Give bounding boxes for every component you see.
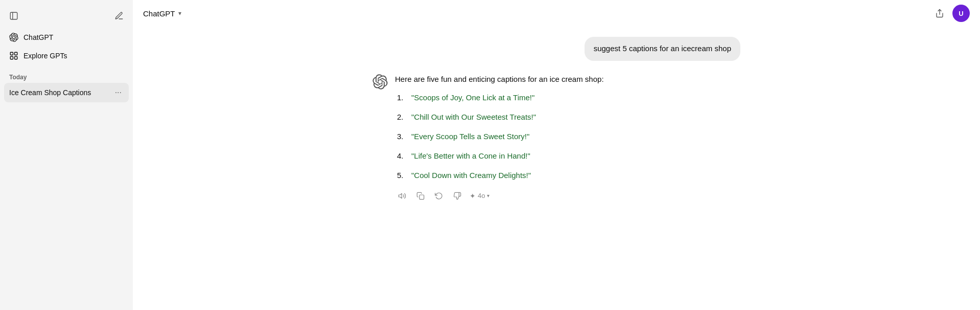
captions-list: 1. "Scoops of Joy, One Lick at a Time!" …: [395, 92, 740, 182]
spark-model-label[interactable]: ✦ 4o ▾: [470, 192, 489, 200]
assistant-content: Here are five fun and enticing captions …: [395, 73, 740, 202]
svg-rect-5: [15, 57, 17, 59]
caption-text: "Cool Down with Creamy Delights!": [411, 169, 531, 182]
svg-rect-4: [10, 57, 13, 59]
caption-text: "Life's Better with a Cone in Hand!": [411, 150, 530, 162]
copy-button[interactable]: [414, 190, 427, 202]
user-message-wrap: suggest 5 captions for an icecream shop: [372, 37, 740, 61]
caption-number: 2.: [397, 111, 407, 123]
chat-content: suggest 5 captions for an icecream shop …: [362, 37, 751, 202]
spark-icon: ✦: [470, 192, 476, 200]
topbar-chevron-icon: ▾: [178, 10, 181, 17]
svg-rect-3: [15, 52, 17, 55]
sidebar-chat-ice-cream[interactable]: Ice Cream Shop Captions ···: [4, 83, 129, 102]
sidebar-item-explore-gpts[interactable]: Explore GPTs: [4, 47, 129, 64]
caption-text: "Scoops of Joy, One Lick at a Time!": [411, 92, 534, 104]
caption-number: 4.: [397, 150, 407, 162]
sidebar-header: [4, 5, 129, 29]
svg-rect-8: [419, 195, 424, 200]
assistant-intro: Here are five fun and enticing captions …: [395, 73, 740, 85]
list-item: 2. "Chill Out with Our Sweetest Treats!": [397, 111, 740, 123]
list-item: 3. "Every Scoop Tells a Sweet Story!": [397, 130, 740, 143]
caption-number: 5.: [397, 169, 407, 182]
topbar-title[interactable]: ChatGPT ▾: [143, 9, 181, 18]
topbar-title-text: ChatGPT: [143, 9, 175, 18]
toggle-sidebar-button[interactable]: [6, 8, 21, 24]
regenerate-button[interactable]: [433, 190, 445, 202]
user-message: suggest 5 captions for an icecream shop: [585, 37, 740, 61]
grid-icon: [9, 51, 18, 60]
caption-number: 1.: [397, 92, 407, 104]
topbar: ChatGPT ▾ U: [133, 0, 980, 27]
chat-item-menu-button[interactable]: ···: [113, 87, 124, 98]
chatgpt-logo-icon: [9, 33, 18, 42]
read-aloud-button[interactable]: [396, 190, 408, 202]
chat-item-title: Ice Cream Shop Captions: [9, 88, 113, 97]
caption-number: 3.: [397, 130, 407, 143]
caption-text: "Every Scoop Tells a Sweet Story!": [411, 130, 529, 143]
caption-text: "Chill Out with Our Sweetest Treats!": [411, 111, 536, 123]
sidebar-nav: ChatGPT Explore GPTs: [4, 29, 129, 64]
spark-model-text: 4o: [478, 192, 485, 200]
avatar-initials: U: [959, 10, 963, 17]
sidebar-explore-label: Explore GPTs: [24, 52, 67, 60]
list-item: 1. "Scoops of Joy, One Lick at a Time!": [397, 92, 740, 104]
list-item: 5. "Cool Down with Creamy Delights!": [397, 169, 740, 182]
sidebar-chatgpt-label: ChatGPT: [24, 33, 53, 41]
new-chat-button[interactable]: [111, 8, 127, 24]
topbar-actions: U: [932, 5, 970, 22]
assistant-message-wrap: Here are five fun and enticing captions …: [372, 73, 740, 202]
svg-rect-0: [10, 12, 17, 19]
thumbs-down-button[interactable]: [451, 190, 463, 202]
sidebar-today-label: Today: [4, 71, 129, 83]
assistant-logo-icon: [372, 74, 388, 90]
svg-rect-2: [10, 52, 13, 55]
main-content: ChatGPT ▾ U suggest 5 captions for an ic…: [133, 0, 980, 310]
list-item: 4. "Life's Better with a Cone in Hand!": [397, 150, 740, 162]
svg-marker-7: [399, 193, 402, 198]
sidebar: ChatGPT Explore GPTs Today Ice Cream Sho…: [0, 0, 133, 310]
chat-area: suggest 5 captions for an icecream shop …: [133, 27, 980, 310]
spark-chevron-icon: ▾: [487, 193, 489, 198]
share-button[interactable]: [932, 6, 947, 21]
user-avatar[interactable]: U: [952, 5, 970, 22]
message-actions: ✦ 4o ▾: [395, 190, 740, 202]
sidebar-item-chatgpt[interactable]: ChatGPT: [4, 29, 129, 46]
